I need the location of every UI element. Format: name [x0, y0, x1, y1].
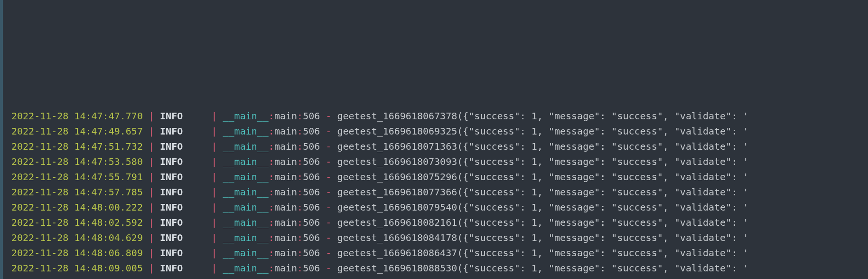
- pipe-separator: |: [143, 156, 160, 167]
- colon-separator: :: [297, 217, 303, 228]
- colon-separator: :: [297, 125, 303, 137]
- log-module: __main__: [223, 186, 269, 198]
- log-module: __main__: [223, 262, 269, 274]
- log-lineno: 506: [303, 171, 320, 183]
- colon-separator: :: [297, 156, 303, 167]
- colon-separator: :: [269, 186, 274, 198]
- pipe-separator: |: [205, 217, 223, 228]
- pipe-separator: |: [143, 232, 160, 243]
- dash-separator: -: [320, 156, 337, 167]
- log-module: __main__: [223, 171, 269, 183]
- log-level: INFO: [160, 171, 205, 183]
- log-lineno: 506: [303, 202, 320, 213]
- log-message: geetest_1669618086437({"success": 1, "me…: [337, 247, 748, 259]
- log-timestamp: 2022-11-28 14:48:04.629: [11, 232, 143, 243]
- dash-separator: -: [320, 232, 337, 243]
- dash-separator: -: [320, 247, 337, 259]
- pipe-separator: |: [143, 262, 160, 274]
- log-message: geetest_1669618077366({"success": 1, "me…: [337, 186, 748, 198]
- log-function: main: [274, 232, 297, 243]
- log-level: INFO: [160, 202, 205, 213]
- pipe-separator: |: [205, 247, 223, 259]
- log-timestamp: 2022-11-28 14:47:47.770: [11, 110, 143, 122]
- colon-separator: :: [269, 202, 274, 213]
- colon-separator: :: [297, 232, 303, 243]
- colon-separator: :: [297, 110, 303, 122]
- colon-separator: :: [269, 125, 274, 137]
- log-line: 2022-11-28 14:48:02.592 | INFO | __main_…: [0, 215, 868, 230]
- log-function: main: [274, 202, 297, 213]
- pipe-separator: |: [205, 186, 223, 198]
- pipe-separator: |: [143, 141, 160, 152]
- colon-separator: :: [269, 171, 274, 183]
- log-function: main: [274, 141, 297, 152]
- colon-separator: :: [297, 171, 303, 183]
- log-level: INFO: [160, 125, 205, 137]
- log-message: geetest_1669618069325({"success": 1, "me…: [337, 125, 748, 137]
- log-lineno: 506: [303, 156, 320, 167]
- log-lineno: 506: [303, 217, 320, 228]
- log-message: geetest_1669618071363({"success": 1, "me…: [337, 141, 748, 152]
- log-function: main: [274, 171, 297, 183]
- log-line: 2022-11-28 14:48:11.730 | INFO | __main_…: [0, 276, 868, 279]
- pipe-separator: |: [205, 232, 223, 243]
- log-message: geetest_1669618082161({"success": 1, "me…: [337, 217, 748, 228]
- log-line: 2022-11-28 14:47:57.785 | INFO | __main_…: [0, 184, 868, 200]
- dash-separator: -: [320, 125, 337, 137]
- terminal-output[interactable]: 2022-11-28 14:47:47.770 | INFO | __main_…: [0, 106, 868, 279]
- log-line: 2022-11-28 14:47:47.770 | INFO | __main_…: [0, 108, 868, 124]
- log-timestamp: 2022-11-28 14:47:55.791: [11, 171, 143, 183]
- log-timestamp: 2022-11-28 14:48:02.592: [11, 217, 143, 228]
- log-timestamp: 2022-11-28 14:48:00.222: [11, 202, 143, 213]
- colon-separator: :: [297, 247, 303, 259]
- pipe-separator: |: [143, 110, 160, 122]
- log-module: __main__: [223, 247, 269, 259]
- log-module: __main__: [223, 217, 269, 228]
- log-lineno: 506: [303, 110, 320, 122]
- log-module: __main__: [223, 202, 269, 213]
- log-module: __main__: [223, 156, 269, 167]
- log-line: 2022-11-28 14:47:55.791 | INFO | __main_…: [0, 169, 868, 184]
- log-line: 2022-11-28 14:47:53.580 | INFO | __main_…: [0, 154, 868, 169]
- log-lineno: 506: [303, 141, 320, 152]
- colon-separator: :: [297, 202, 303, 213]
- dash-separator: -: [320, 171, 337, 183]
- colon-separator: :: [297, 186, 303, 198]
- colon-separator: :: [269, 141, 274, 152]
- log-level: INFO: [160, 232, 205, 243]
- colon-separator: :: [297, 141, 303, 152]
- log-level: INFO: [160, 156, 205, 167]
- pipe-separator: |: [143, 171, 160, 183]
- log-module: __main__: [223, 141, 269, 152]
- log-message: geetest_1669618067378({"success": 1, "me…: [337, 110, 748, 122]
- colon-separator: :: [297, 262, 303, 274]
- log-function: main: [274, 125, 297, 137]
- pipe-separator: |: [143, 202, 160, 213]
- colon-separator: :: [269, 247, 274, 259]
- colon-separator: :: [269, 232, 274, 243]
- dash-separator: -: [320, 217, 337, 228]
- log-line: 2022-11-28 14:48:00.222 | INFO | __main_…: [0, 200, 868, 215]
- log-message: geetest_1669618084178({"success": 1, "me…: [337, 232, 748, 243]
- colon-separator: :: [269, 110, 274, 122]
- log-message: geetest_1669618073093({"success": 1, "me…: [337, 156, 748, 167]
- log-lineno: 506: [303, 262, 320, 274]
- gutter: [0, 15, 3, 279]
- pipe-separator: |: [205, 156, 223, 167]
- log-line: 2022-11-28 14:48:04.629 | INFO | __main_…: [0, 230, 868, 245]
- log-function: main: [274, 217, 297, 228]
- log-line: 2022-11-28 14:47:51.732 | INFO | __main_…: [0, 139, 868, 154]
- log-function: main: [274, 110, 297, 122]
- log-message: geetest_1669618075296({"success": 1, "me…: [337, 171, 748, 183]
- log-function: main: [274, 186, 297, 198]
- dash-separator: -: [320, 262, 337, 274]
- dash-separator: -: [320, 202, 337, 213]
- log-timestamp: 2022-11-28 14:48:06.809: [11, 247, 143, 259]
- log-lineno: 506: [303, 232, 320, 243]
- log-timestamp: 2022-11-28 14:47:57.785: [11, 186, 143, 198]
- log-message: geetest_1669618088530({"success": 1, "me…: [337, 262, 748, 274]
- pipe-separator: |: [205, 110, 223, 122]
- log-lineno: 506: [303, 125, 320, 137]
- log-lineno: 506: [303, 247, 320, 259]
- pipe-separator: |: [205, 202, 223, 213]
